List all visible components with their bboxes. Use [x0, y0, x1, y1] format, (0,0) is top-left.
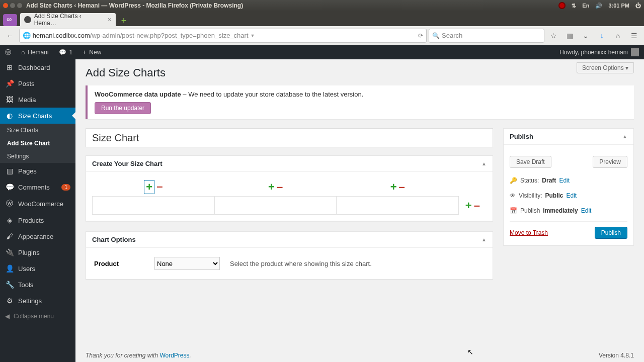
- run-updater-button[interactable]: Run the updater: [95, 102, 151, 114]
- publish-button[interactable]: Publish: [595, 227, 627, 239]
- sliders-icon: ⚙: [5, 297, 14, 305]
- url-bar[interactable]: 🌐 hemani.codiixx.com /wp-admin/post-new.…: [19, 29, 427, 43]
- key-icon: 🔑: [510, 177, 517, 184]
- preview-button[interactable]: Preview: [593, 156, 627, 168]
- url-dropdown-icon[interactable]: ▼: [251, 33, 255, 38]
- new-label: New: [89, 49, 101, 56]
- clock[interactable]: 3:01 PM: [608, 3, 629, 9]
- sidebar-item-products[interactable]: ◈Products: [0, 212, 75, 228]
- window-close-icon[interactable]: [3, 3, 8, 8]
- product-label: Product: [94, 260, 144, 267]
- product-select[interactable]: None: [154, 257, 220, 270]
- save-draft-button[interactable]: Save Draft: [510, 156, 551, 168]
- admin-sidebar: ⊞Dashboard 📌Posts 🖼Media ◐Size Charts Si…: [0, 59, 75, 362]
- back-button[interactable]: ←: [3, 29, 17, 43]
- add-column-button[interactable]: +: [268, 180, 275, 194]
- sidebar-item-comments[interactable]: 💬Comments1: [0, 179, 75, 195]
- site-link[interactable]: ⌂ Hemani: [16, 45, 54, 59]
- pocket-icon[interactable]: ⌄: [579, 29, 593, 43]
- toggle-panel-icon[interactable]: ▲: [481, 161, 487, 166]
- remove-row-button[interactable]: –: [474, 199, 480, 212]
- comments-link[interactable]: 💬 1: [54, 45, 78, 59]
- toggle-panel-icon[interactable]: ▲: [481, 237, 487, 242]
- network-icon[interactable]: ⇅: [572, 3, 576, 9]
- visibility-value: Public: [545, 192, 563, 199]
- brush-icon: 🖌: [5, 232, 14, 240]
- chart-options-box: Chart Options ▲ Product None Select the …: [86, 231, 493, 280]
- new-link[interactable]: + New: [77, 45, 106, 59]
- sidebar-item-dashboard[interactable]: ⊞Dashboard: [0, 59, 75, 75]
- user-icon: 👤: [5, 264, 14, 273]
- downloads-icon[interactable]: ↓: [595, 29, 609, 43]
- window-title: Add Size Charts ‹ Hemani — WordPress - M…: [26, 2, 243, 9]
- globe-icon: 🌐: [23, 32, 33, 39]
- product-icon: ◈: [5, 216, 14, 224]
- notice-bold: WooCommerce data update: [95, 90, 181, 98]
- sidebar-item-settings[interactable]: ⚙Settings: [0, 293, 75, 309]
- sidebar-item-size-charts[interactable]: ◐Size Charts: [0, 108, 75, 124]
- submenu-settings[interactable]: Settings: [0, 150, 75, 163]
- sidebar-item-tools[interactable]: 🔧Tools: [0, 277, 75, 293]
- comment-icon: 💬: [59, 49, 66, 56]
- volume-icon[interactable]: 🔊: [595, 3, 602, 9]
- sidebar-item-plugins[interactable]: 🔌Plugins: [0, 244, 75, 260]
- edit-status-link[interactable]: Edit: [559, 177, 570, 184]
- site-name: Hemani: [28, 49, 48, 56]
- submenu-all-charts[interactable]: Size Charts: [0, 124, 75, 137]
- sidebar-item-appearance[interactable]: 🖌Appearance: [0, 228, 75, 244]
- add-row-button[interactable]: +: [465, 199, 472, 212]
- window-max-icon[interactable]: [17, 3, 22, 8]
- sidebar-item-users[interactable]: 👤Users: [0, 260, 75, 277]
- chart-options-heading: Chart Options: [92, 236, 481, 243]
- sidebar-item-posts[interactable]: 📌Posts: [0, 75, 75, 92]
- eye-icon: 👁: [510, 192, 516, 199]
- window-min-icon[interactable]: [10, 3, 15, 8]
- edit-visibility-link[interactable]: Edit: [566, 192, 577, 199]
- add-column-button[interactable]: +: [390, 180, 397, 194]
- screen-options-toggle[interactable]: Screen Options ▾: [577, 62, 634, 73]
- tab-title: Add Size Charts ‹ Hema…: [34, 13, 104, 27]
- new-tab-button[interactable]: +: [118, 15, 130, 26]
- browser-tab[interactable]: Add Size Charts ‹ Hema… ×: [20, 13, 116, 26]
- tab-close-icon[interactable]: ×: [108, 16, 112, 24]
- wrench-icon: 🔧: [5, 281, 14, 289]
- account-link[interactable]: Howdy, phoeniixx hemani: [554, 45, 644, 59]
- collapse-icon: ◀: [5, 313, 10, 320]
- edit-schedule-link[interactable]: Edit: [581, 207, 592, 214]
- firefox-private-icon[interactable]: [3, 14, 17, 26]
- remove-column-button[interactable]: –: [399, 180, 405, 194]
- publish-box: Publish ▲ Save Draft Preview 🔑Status: Dr…: [503, 128, 634, 245]
- browser-search[interactable]: 🔍 Search: [429, 29, 544, 43]
- toggle-panel-icon[interactable]: ▲: [622, 134, 627, 139]
- chart-cell-input[interactable]: [95, 199, 212, 212]
- remove-column-button[interactable]: –: [156, 180, 163, 194]
- remove-column-button[interactable]: –: [277, 180, 283, 194]
- greeting: Howdy, phoeniixx hemani: [559, 49, 628, 56]
- sidebar-item-pages[interactable]: ▤Pages: [0, 163, 75, 179]
- move-to-trash-link[interactable]: Move to Trash: [510, 229, 548, 236]
- tab-favicon-icon: [24, 16, 31, 23]
- power-icon[interactable]: ⏻: [635, 3, 641, 9]
- search-icon: 🔍: [432, 32, 440, 39]
- wordpress-link[interactable]: WordPress: [159, 352, 189, 359]
- add-column-button[interactable]: +: [144, 180, 154, 194]
- sidebar-item-media[interactable]: 🖼Media: [0, 92, 75, 108]
- reload-icon[interactable]: ⟳: [417, 32, 423, 39]
- chart-cell-input[interactable]: [339, 199, 456, 212]
- record-indicator-icon[interactable]: [558, 2, 566, 9]
- chart-cell-input[interactable]: [217, 199, 335, 212]
- sidebar-item-woocommerce[interactable]: ⓦWooCommerce: [0, 195, 75, 212]
- keyboard-lang[interactable]: En: [582, 3, 589, 9]
- wp-logo[interactable]: ⓦ: [0, 45, 16, 59]
- dashboard-icon: ⊞: [5, 63, 14, 71]
- submenu-add-chart[interactable]: Add Size Chart: [0, 137, 75, 150]
- collapse-menu[interactable]: ◀Collapse menu: [0, 309, 75, 324]
- menu-icon[interactable]: ☰: [627, 29, 641, 43]
- publish-heading: Publish: [510, 133, 622, 140]
- library-icon[interactable]: ▥: [562, 29, 577, 43]
- search-placeholder: Search: [442, 32, 462, 39]
- title-input[interactable]: [86, 128, 493, 147]
- bookmark-star-icon[interactable]: ☆: [546, 29, 560, 43]
- home-icon[interactable]: ⌂: [611, 29, 625, 43]
- wp-adminbar: ⓦ ⌂ Hemani 💬 1 + New Howdy, phoeniixx he…: [0, 45, 644, 59]
